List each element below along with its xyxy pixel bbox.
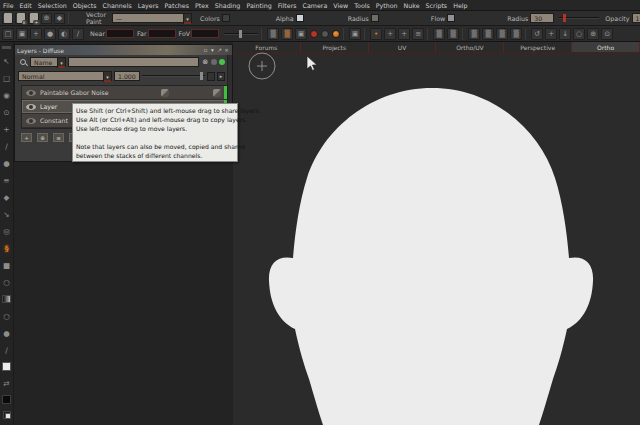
snapshot-icon[interactable] (16, 28, 28, 40)
warp-grid-tool-icon[interactable] (1, 175, 12, 185)
mirror-x-icon[interactable] (384, 28, 396, 40)
select-tool-icon[interactable] (1, 56, 12, 66)
menu-layers[interactable]: Layers (138, 2, 159, 9)
viewport[interactable]: Forums Projects UV Ortho/UV Perspective … (233, 42, 640, 425)
layer-filter-input[interactable] (68, 57, 199, 67)
buffer-b-icon[interactable] (482, 28, 494, 40)
menu-file[interactable]: File (3, 2, 14, 9)
mirror-y-icon[interactable] (398, 28, 410, 40)
soft-brush-tool-icon[interactable] (1, 328, 12, 338)
clear-filter-icon[interactable]: ⊗ (202, 58, 208, 66)
layer-row-paintable-gabor-noise[interactable]: Paintable Gabor Noise (22, 86, 227, 100)
blend-mode-a-icon[interactable] (433, 28, 445, 40)
zoom-tool-icon[interactable] (1, 107, 12, 117)
layer-opacity-handle[interactable] (200, 72, 203, 80)
radius-swatch[interactable] (371, 14, 379, 22)
smear-tool-icon-active[interactable] (1, 243, 12, 253)
gradient-tool-icon[interactable] (1, 294, 12, 304)
fov-slider-handle[interactable] (239, 30, 242, 38)
move-tool-icon[interactable] (1, 124, 12, 134)
palette-close-icon[interactable]: × (223, 47, 230, 53)
pan-view-icon[interactable] (545, 28, 557, 40)
gray-status-dot[interactable] (211, 59, 217, 65)
marquee-select-tool-icon[interactable] (1, 73, 12, 83)
palette-float-icon[interactable]: ↗ (216, 47, 223, 53)
layers-palette-titlebar[interactable]: Layers - Diffuse ▫ ▾ ↗ × (15, 45, 232, 55)
blend-mode-b-icon[interactable] (447, 28, 459, 40)
gray-indicator[interactable] (321, 30, 329, 38)
smooth-shading-icon[interactable] (58, 28, 70, 40)
alpha-swatch[interactable] (296, 14, 304, 22)
node-icon[interactable] (41, 13, 52, 24)
buffer-c-icon[interactable] (496, 28, 508, 40)
menu-shading[interactable]: Shading (215, 2, 241, 9)
menu-view[interactable]: View (333, 2, 348, 9)
add-group-icon[interactable]: ⊕ (37, 133, 48, 142)
palette-pin-icon[interactable]: ▫ (202, 47, 209, 53)
menu-edit[interactable]: Edit (20, 2, 32, 9)
buffer-d-icon[interactable] (510, 28, 522, 40)
transform-icon[interactable] (30, 28, 42, 40)
menu-patches[interactable]: Patches (165, 2, 189, 9)
menu-tools[interactable]: Tools (354, 2, 370, 9)
orange-indicator[interactable] (332, 30, 340, 38)
paint-tool-icon[interactable] (1, 192, 12, 202)
far-field[interactable] (148, 29, 176, 38)
clone-stamp-tool-icon[interactable] (1, 277, 12, 287)
eraser-tool-icon[interactable] (1, 260, 12, 270)
brush-icon[interactable] (54, 13, 65, 24)
colors-swatch[interactable] (222, 14, 230, 22)
mask-preview-icon[interactable] (295, 28, 307, 40)
foreground-color-swatch[interactable] (2, 362, 11, 371)
checker-icon[interactable] (349, 28, 361, 40)
menu-camera[interactable]: Camera (303, 2, 328, 9)
reset-colors-icon[interactable] (3, 411, 11, 419)
zoom-fit-icon[interactable] (587, 28, 599, 40)
flow-swatch[interactable] (447, 14, 455, 22)
cached-icon[interactable] (161, 89, 169, 97)
brush-preset-dropdown[interactable]: — ▾ (112, 13, 192, 23)
slice-tool-icon[interactable] (1, 141, 12, 151)
rail-drag-handle[interactable] (2, 46, 11, 49)
new-project-icon[interactable] (2, 13, 13, 24)
zoom-in-icon[interactable] (601, 28, 613, 40)
menu-scripts[interactable]: Scripts (426, 2, 448, 9)
visibility-eye-icon[interactable] (26, 118, 36, 124)
near-field[interactable] (106, 29, 134, 38)
add-document-icon[interactable]: + (28, 13, 39, 24)
swap-colors-icon[interactable] (1, 378, 12, 388)
perspective-view-icon[interactable] (2, 28, 14, 40)
radius-field[interactable]: 30 (530, 13, 554, 23)
opacity-field[interactable]: 1.0 (632, 13, 640, 23)
stepper-arrow[interactable]: ▸ (217, 72, 225, 81)
flat-shading-icon[interactable] (44, 28, 56, 40)
pivot-tool-icon[interactable] (1, 226, 12, 236)
symmetry-point-icon[interactable] (370, 28, 382, 40)
layer-opacity-slider[interactable] (142, 75, 205, 77)
menu-selection[interactable]: Selection (38, 2, 67, 9)
projection-on-icon[interactable] (281, 28, 293, 40)
layer-opacity-field[interactable]: 1.000 (114, 71, 140, 81)
fov-field[interactable] (191, 29, 219, 38)
menu-filters[interactable]: Filters (278, 2, 297, 9)
add-layer-icon[interactable]: + (21, 133, 32, 142)
pan-tool-icon[interactable] (1, 90, 12, 100)
menu-objects[interactable]: Objects (73, 2, 97, 9)
green-status-dot[interactable] (219, 59, 225, 65)
menu-channels[interactable]: Channels (103, 2, 132, 9)
merge-layers-icon[interactable]: ≡ (53, 133, 64, 142)
radius-slider-handle[interactable] (563, 14, 566, 22)
towbrush-tool-icon[interactable] (1, 311, 12, 321)
menu-ptex[interactable]: Ptex (195, 2, 209, 9)
projection-icon[interactable] (267, 28, 279, 40)
filter-mode-dropdown[interactable]: Name ▾ (30, 57, 66, 67)
line-tool-icon[interactable] (1, 345, 12, 355)
stepper-box[interactable] (207, 72, 215, 81)
background-color-swatch[interactable] (2, 395, 11, 404)
menu-python[interactable]: Python (376, 2, 398, 9)
head-model-silhouette[interactable] (233, 42, 640, 425)
blend-mode-dropdown[interactable]: Normal ▾ (18, 71, 112, 81)
blur-tool-icon[interactable] (1, 158, 12, 168)
lock-icon[interactable] (213, 89, 221, 97)
menu-nuke[interactable]: Nuke (404, 2, 420, 9)
